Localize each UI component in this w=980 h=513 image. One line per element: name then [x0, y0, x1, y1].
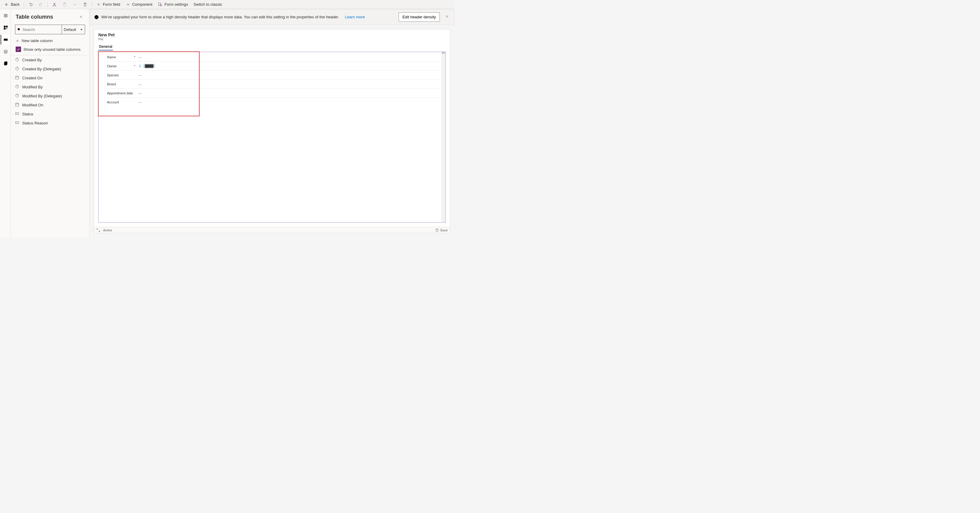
field-label: Owner — [107, 64, 134, 68]
switch-classic-label: Switch to classic — [194, 2, 222, 6]
new-table-column-button[interactable]: New table column — [11, 36, 89, 45]
field-value: --- — [138, 91, 142, 95]
plus-icon — [126, 2, 130, 7]
back-button[interactable]: Back — [2, 1, 22, 8]
svg-rect-6 — [4, 26, 5, 27]
paste-icon — [62, 2, 67, 7]
form-field-row[interactable]: Appointment date--- — [107, 89, 440, 98]
field-label: Account — [107, 100, 134, 104]
info-icon — [94, 15, 99, 19]
field-value: --- — [138, 83, 142, 86]
rail-tree-button[interactable] — [1, 11, 10, 21]
question-icon — [15, 94, 19, 98]
cut-button[interactable] — [49, 1, 59, 8]
rail-layers-button[interactable] — [1, 47, 10, 57]
required-indicator: * — [134, 55, 136, 59]
filter-value: Default — [64, 27, 76, 32]
field-value: --- — [138, 73, 142, 77]
column-label: Status — [22, 112, 33, 116]
svg-rect-4 — [159, 3, 161, 5]
column-item[interactable]: Created By — [11, 55, 89, 64]
paste-more-button[interactable] — [70, 1, 80, 8]
column-item[interactable]: Created By (Delegate) — [11, 64, 89, 73]
column-item[interactable]: Modified On — [11, 100, 89, 110]
choice-icon — [15, 121, 19, 125]
column-label: Created By (Delegate) — [22, 67, 61, 71]
paste-button[interactable] — [60, 1, 70, 8]
filter-dropdown[interactable]: Default — [62, 25, 85, 34]
column-item[interactable]: Created On — [11, 73, 89, 83]
question-icon — [15, 67, 19, 71]
form-field-row[interactable]: Account--- — [107, 98, 440, 107]
svg-rect-9 — [4, 39, 8, 41]
column-label: Created By — [22, 58, 42, 62]
choice-icon — [15, 111, 19, 117]
redo-button[interactable] — [36, 1, 46, 8]
section-scrollbar[interactable] — [441, 52, 445, 222]
column-item[interactable]: Modified By (Delegate) — [11, 91, 89, 100]
cut-icon — [52, 2, 57, 7]
form-section[interactable]: Name*---Owner*████Species---Breed---Appo… — [98, 52, 446, 223]
separator — [48, 2, 48, 7]
add-component-button[interactable]: Component — [123, 1, 155, 8]
show-unused-label: Show only unused table columns — [24, 47, 81, 52]
form-settings-icon — [158, 2, 162, 7]
info-banner: We've upgraded your form to show a high … — [89, 9, 455, 25]
search-icon — [17, 27, 21, 32]
svg-point-5 — [160, 5, 162, 6]
undo-icon — [28, 2, 33, 7]
field-label: Species — [107, 73, 134, 77]
panel-close-button[interactable] — [77, 13, 84, 21]
expand-icon[interactable] — [97, 229, 100, 232]
undo-button[interactable] — [26, 1, 35, 8]
rail-fields-button[interactable] — [1, 35, 10, 44]
rail-library-button[interactable] — [1, 59, 10, 68]
main-layout: Table columns Default New table column S… — [0, 9, 455, 237]
tab-general[interactable]: General — [98, 43, 113, 51]
separator — [24, 2, 24, 7]
plus-icon — [16, 39, 19, 43]
show-unused-toggle[interactable]: Show only unused table columns — [11, 45, 89, 55]
search-box[interactable] — [15, 25, 62, 34]
add-form-field-button[interactable]: Form field — [94, 1, 123, 8]
column-item[interactable]: Status — [11, 110, 89, 118]
form-status-bar: Active Save — [94, 227, 450, 233]
svg-rect-15 — [16, 76, 19, 79]
search-input[interactable] — [22, 27, 62, 32]
rail-components-button[interactable] — [1, 23, 10, 32]
form-field-row[interactable]: Breed--- — [107, 79, 440, 89]
delete-icon — [83, 2, 88, 7]
redo-icon — [38, 2, 43, 7]
save-icon — [435, 229, 439, 232]
question-icon — [15, 84, 19, 90]
checkbox-checked-icon — [16, 46, 21, 52]
form-field-row[interactable]: Owner*████ — [107, 62, 440, 71]
field-label: Breed — [107, 83, 134, 86]
column-item[interactable]: Status Reason — [11, 118, 89, 127]
save-button[interactable]: Save — [435, 229, 448, 232]
column-item[interactable]: Modified By — [11, 83, 89, 91]
banner-learn-more-link[interactable]: Learn more — [345, 15, 364, 19]
chevron-down-icon — [72, 2, 77, 7]
banner-close-button[interactable] — [444, 14, 450, 21]
form-canvas[interactable]: New Pet Pet General Name*---Owner*████Sp… — [94, 29, 450, 233]
svg-rect-11 — [5, 62, 7, 65]
form-field-label: Form field — [103, 2, 120, 6]
component-label: Component — [132, 2, 153, 6]
delete-button[interactable] — [80, 1, 90, 8]
person-icon — [138, 64, 142, 68]
field-value: --- — [138, 55, 142, 59]
left-rail — [0, 9, 11, 237]
svg-point-12 — [18, 28, 20, 30]
field-value: --- — [138, 100, 142, 104]
form-field-row[interactable]: Species--- — [107, 71, 440, 79]
edit-header-density-button[interactable]: Edit header density — [399, 12, 440, 22]
svg-rect-2 — [64, 3, 65, 6]
column-label: Modified By (Delegate) — [22, 94, 62, 98]
table-columns-panel: Table columns Default New table column S… — [11, 9, 89, 237]
status-text: Active — [103, 229, 112, 232]
form-settings-button[interactable]: Form settings — [156, 1, 191, 8]
switch-classic-button[interactable]: Switch to classic — [191, 1, 224, 8]
form-field-row[interactable]: Name*--- — [107, 52, 440, 62]
svg-point-22 — [140, 65, 141, 66]
